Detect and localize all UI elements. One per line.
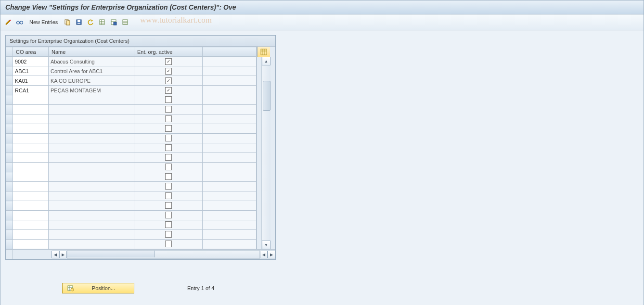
cell-ent-active[interactable]: ✓ xyxy=(134,66,203,76)
cell-co-area[interactable] xyxy=(13,153,49,163)
cell-ent-active[interactable] xyxy=(134,230,203,240)
cell-co-area[interactable] xyxy=(13,220,49,230)
checkbox[interactable] xyxy=(165,241,172,247)
cell-ent-active[interactable] xyxy=(134,201,203,211)
cell-ent-active[interactable]: ✓ xyxy=(134,57,203,66)
row-selector[interactable] xyxy=(6,114,13,124)
checkbox[interactable] xyxy=(165,135,172,141)
scroll-down-button[interactable]: ▼ xyxy=(262,241,270,249)
column-header-ent-active[interactable]: Ent. org. active xyxy=(134,47,203,57)
checkbox[interactable] xyxy=(165,154,172,161)
column-header-name[interactable]: Name xyxy=(49,47,134,57)
checkbox[interactable]: ✓ xyxy=(165,87,172,94)
cell-ent-active[interactable] xyxy=(134,124,203,134)
hscroll-thumb[interactable] xyxy=(67,251,155,257)
checkbox[interactable] xyxy=(165,106,172,113)
cell-co-area[interactable] xyxy=(13,230,49,240)
cell-co-area[interactable] xyxy=(13,134,49,143)
cell-ent-active[interactable] xyxy=(134,172,203,182)
row-selector[interactable] xyxy=(6,230,13,240)
cell-co-area[interactable] xyxy=(13,211,49,220)
cell-co-area[interactable] xyxy=(13,240,49,249)
cell-ent-active[interactable] xyxy=(134,105,203,114)
vertical-scrollbar[interactable]: ▲ ▼ xyxy=(261,57,270,249)
checkbox[interactable] xyxy=(165,202,172,209)
checkbox[interactable] xyxy=(165,96,172,103)
cell-co-area[interactable]: KA01 xyxy=(13,76,49,86)
row-selector[interactable] xyxy=(6,57,13,66)
row-selector[interactable] xyxy=(6,191,13,201)
hscroll-right-button[interactable]: ▶ xyxy=(59,251,67,258)
cell-ent-active[interactable] xyxy=(134,191,203,201)
row-selector[interactable] xyxy=(6,76,13,86)
row-selector[interactable] xyxy=(6,143,13,153)
checkbox[interactable] xyxy=(165,164,172,170)
cell-co-area[interactable] xyxy=(13,201,49,211)
undo-button[interactable] xyxy=(86,17,95,27)
row-selector[interactable] xyxy=(6,182,13,191)
scroll-thumb[interactable] xyxy=(263,81,270,111)
scroll-up-button[interactable]: ▲ xyxy=(262,57,270,65)
cell-ent-active[interactable] xyxy=(134,95,203,105)
cell-ent-active[interactable]: ✓ xyxy=(134,86,203,95)
table-settings-button[interactable] xyxy=(257,47,270,57)
other-view-button[interactable] xyxy=(15,17,25,27)
cell-ent-active[interactable] xyxy=(134,211,203,220)
checkbox[interactable]: ✓ xyxy=(165,58,172,65)
row-selector[interactable] xyxy=(6,105,13,114)
hscroll-left2-button[interactable]: ◀ xyxy=(260,251,268,258)
cell-co-area[interactable] xyxy=(13,114,49,124)
cell-ent-active[interactable] xyxy=(134,134,203,143)
checkbox[interactable] xyxy=(165,192,172,199)
checkbox[interactable] xyxy=(165,173,172,180)
deselect-all-button[interactable] xyxy=(120,17,130,27)
checkbox[interactable] xyxy=(165,221,172,228)
cell-co-area[interactable]: 9002 xyxy=(13,57,49,66)
cell-ent-active[interactable] xyxy=(134,240,203,249)
checkbox[interactable] xyxy=(165,183,172,190)
row-selector[interactable] xyxy=(6,95,13,105)
row-selector[interactable] xyxy=(6,172,13,182)
cell-ent-active[interactable] xyxy=(134,114,203,124)
cell-co-area[interactable] xyxy=(13,105,49,114)
cell-ent-active[interactable] xyxy=(134,182,203,191)
cell-co-area[interactable]: ABC1 xyxy=(13,66,49,76)
cell-co-area[interactable] xyxy=(13,95,49,105)
new-entries-button[interactable]: New Entries xyxy=(26,17,61,27)
row-selector[interactable] xyxy=(6,220,13,230)
cell-co-area[interactable]: RCA1 xyxy=(13,86,49,95)
row-selector[interactable] xyxy=(6,201,13,211)
hscroll-right2-button[interactable]: ▶ xyxy=(268,251,275,258)
toggle-change-button[interactable] xyxy=(3,17,13,27)
cell-co-area[interactable] xyxy=(13,182,49,191)
copy-as-button[interactable] xyxy=(63,17,72,27)
checkbox[interactable]: ✓ xyxy=(165,68,172,75)
hscroll-track[interactable] xyxy=(67,250,260,259)
row-selector[interactable] xyxy=(6,134,13,143)
select-block-button[interactable] xyxy=(109,17,118,27)
cell-co-area[interactable] xyxy=(13,172,49,182)
cell-ent-active[interactable] xyxy=(134,163,203,172)
cell-co-area[interactable] xyxy=(13,124,49,134)
checkbox[interactable]: ✓ xyxy=(165,77,172,84)
cell-co-area[interactable] xyxy=(13,163,49,172)
cell-co-area[interactable] xyxy=(13,143,49,153)
row-selector[interactable] xyxy=(6,240,13,249)
position-button[interactable]: Position... xyxy=(62,283,134,293)
checkbox[interactable] xyxy=(165,231,172,238)
checkbox[interactable] xyxy=(165,125,172,132)
row-selector[interactable] xyxy=(6,153,13,163)
cell-ent-active[interactable] xyxy=(134,143,203,153)
hscroll-left-button[interactable]: ◀ xyxy=(52,251,59,258)
select-all-button[interactable] xyxy=(97,17,107,27)
checkbox[interactable] xyxy=(165,212,172,218)
row-selector[interactable] xyxy=(6,86,13,95)
cell-ent-active[interactable]: ✓ xyxy=(134,76,203,86)
row-selector[interactable] xyxy=(6,163,13,172)
cell-ent-active[interactable] xyxy=(134,220,203,230)
row-selector-header[interactable] xyxy=(6,47,13,57)
row-selector[interactable] xyxy=(6,124,13,134)
cell-co-area[interactable] xyxy=(13,191,49,201)
column-header-co-area[interactable]: CO area xyxy=(13,47,49,57)
delete-button[interactable] xyxy=(74,17,84,27)
